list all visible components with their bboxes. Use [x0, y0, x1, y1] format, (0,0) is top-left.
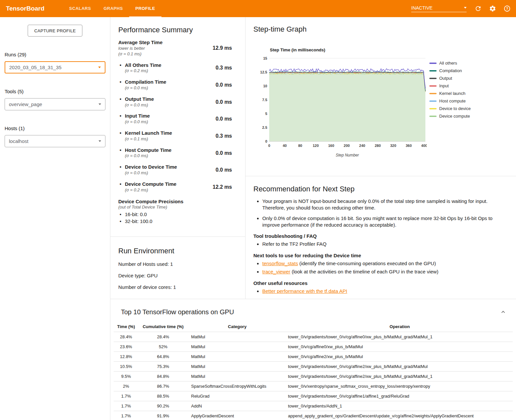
- category-cell: SparseSoftmaxCrossEntropyWithLogits: [188, 381, 287, 391]
- legend-swatch-icon: [429, 85, 437, 87]
- legend-swatch-icon: [429, 108, 437, 109]
- performance-summary-title: Performance Summary: [118, 26, 232, 34]
- step-time-graph-section: Step-time Graph Step Time (in millisecon…: [245, 17, 516, 176]
- perf-item-label: Input Time: [118, 113, 150, 119]
- tensorflow-stats-link[interactable]: tensorflow_stats: [262, 261, 298, 266]
- table-row: 9.5% 84.8% MatMul tower_0/v/gradients/to…: [114, 372, 513, 381]
- run-environment-section: Run Environment Number of Hosts used: 1 …: [110, 237, 245, 299]
- precisions-label: Device Compute Precisions: [118, 199, 232, 205]
- svg-text:40: 40: [283, 144, 287, 148]
- perf-item-value: 12.2 ms: [213, 184, 232, 190]
- top-ops-header: Top 10 TensorFlow operations on GPU: [110, 308, 516, 316]
- perf-item-sigma: (σ = 0.0 ms): [118, 85, 166, 91]
- cumulative-cell: 90.2%: [138, 401, 188, 411]
- hosts-select-value: localhost: [9, 138, 28, 144]
- svg-text:360: 360: [406, 144, 412, 148]
- cumulative-cell: 64.8%: [138, 352, 188, 362]
- svg-text:2.5: 2.5: [262, 126, 267, 129]
- svg-text:0: 0: [265, 139, 267, 143]
- sidebar: CAPTURE PROFILE Runs (29) 2020_03_05_18_…: [0, 17, 110, 420]
- top-ops-table: Time (%) Cumulative time (%) Category Op…: [114, 322, 513, 420]
- legend-item[interactable]: All others: [429, 61, 471, 66]
- perf-item-value: 0.3 ms: [215, 133, 232, 139]
- col-header-cumulative: Cumulative time (%): [138, 322, 188, 332]
- refresh-button[interactable]: [473, 3, 484, 14]
- operation-cell: tower_0/v/gradients/tower_0/v/cg/affine0…: [287, 332, 513, 342]
- perf-item-label: Output Time: [118, 96, 154, 102]
- time-cell: 1.7%: [114, 411, 138, 420]
- category-cell: AddN: [188, 401, 287, 411]
- perf-item-value: 0.3 ms: [215, 65, 232, 71]
- perf-item-sigma: (σ = 0.2 ms): [118, 68, 161, 74]
- operation-cell: tower_0/v/gradients/tower_0/v/cg/affine1…: [287, 391, 513, 401]
- tab-graphs[interactable]: GRAPHS: [97, 0, 129, 17]
- perf-item-device-to-device: Device to Device Time (σ = 0.0 ms) 0.0 m…: [118, 164, 232, 176]
- average-step-time-row: Average Step Time lower is better (σ = 0…: [118, 40, 232, 57]
- other-resource-item: Better performance with the tf.data API: [262, 288, 502, 294]
- hosts-label: Hosts (1): [5, 126, 110, 131]
- legend-swatch-icon: [429, 93, 437, 94]
- table-header-row: Time (%) Cumulative time (%) Category Op…: [114, 322, 513, 332]
- collapse-button[interactable]: [499, 308, 507, 316]
- perf-item-value: 0.0 ms: [215, 167, 232, 173]
- legend-label: Output: [439, 76, 452, 81]
- chevron-up-icon: [500, 308, 507, 316]
- legend-label: All others: [439, 61, 457, 66]
- perf-item-sigma: (σ = 0.0 ms): [118, 153, 171, 159]
- svg-text:?: ?: [506, 7, 508, 11]
- legend-item[interactable]: Device compute: [429, 114, 471, 119]
- faq-heading: Tool troubleshooting / FAQ: [253, 233, 502, 239]
- gear-icon: [489, 5, 496, 12]
- category-cell: MatMul: [188, 332, 287, 342]
- faq-bullet: Refer to the TF2 Profiler FAQ: [262, 241, 502, 247]
- operation-cell: append_apply_gradient_ops/GradientDescen…: [287, 411, 513, 420]
- perf-item-label: All Others Time: [118, 62, 161, 69]
- tool-link-item: tensorflow_stats (identify the time-cons…: [262, 260, 502, 267]
- svg-text:80: 80: [298, 144, 302, 148]
- chevron-down-icon: [98, 67, 101, 68]
- hosts-select[interactable]: localhost: [5, 135, 105, 147]
- runs-select[interactable]: 2020_03_05_18_31_35: [5, 61, 105, 73]
- tab-scalars[interactable]: SCALARS: [63, 0, 97, 17]
- legend-item[interactable]: Kernel launch: [429, 91, 471, 96]
- time-cell: 10.5%: [114, 362, 138, 372]
- hosts-used-line: Number of Hosts used: 1: [118, 261, 237, 267]
- legend-item[interactable]: Device to device: [429, 106, 471, 111]
- recommendation-bullet: Your program is NOT input-bound because …: [262, 198, 502, 211]
- time-cell: 28.4%: [114, 332, 138, 342]
- capture-profile-button[interactable]: CAPTURE PROFILE: [28, 25, 82, 37]
- legend-label: Compilation: [439, 68, 462, 73]
- table-row: 1.7% 91.9% ApplyGradientDescent append_a…: [114, 411, 513, 420]
- legend-item[interactable]: Host compute: [429, 98, 471, 103]
- table-row: 12.8% 64.8% MatMul tower_0/v/cg/affine2/…: [114, 352, 513, 362]
- legend-item[interactable]: Compilation: [429, 68, 471, 73]
- precisions-note: (out of Total Device Time): [118, 205, 232, 210]
- legend-swatch-icon: [429, 70, 437, 71]
- operation-cell: tower_0/v/gradients/AddN_1: [287, 401, 513, 411]
- cumulative-cell: 75.3%: [138, 362, 188, 372]
- time-cell: 9.5%: [114, 372, 138, 381]
- status-select[interactable]: INACTIVE: [411, 5, 467, 12]
- topbar-right: INACTIVE ?: [411, 0, 516, 17]
- table-row: 1.7% 88.5% ReluGrad tower_0/v/gradients/…: [114, 391, 513, 401]
- svg-text:320: 320: [390, 144, 396, 148]
- help-button[interactable]: ?: [502, 3, 513, 14]
- runs-label: Runs (29): [5, 52, 110, 57]
- trace-viewer-link[interactable]: trace_viewer: [262, 269, 290, 274]
- time-cell: 2%: [114, 381, 138, 391]
- svg-text:280: 280: [375, 144, 381, 148]
- tab-profile[interactable]: PROFILE: [129, 0, 161, 17]
- cumulative-cell: 52%: [138, 342, 188, 352]
- cumulative-cell: 86.7%: [138, 381, 188, 391]
- tools-select[interactable]: overview_page: [5, 98, 105, 110]
- settings-button[interactable]: [487, 3, 498, 14]
- device-cores-line: Number of device cores: 1: [118, 284, 237, 290]
- svg-text:7.5: 7.5: [262, 98, 267, 102]
- runs-select-value: 2020_03_05_18_31_35: [9, 65, 62, 70]
- chevron-down-icon: [99, 140, 101, 142]
- tfdata-performance-link[interactable]: Better performance with the tf.data API: [262, 288, 347, 294]
- legend-item[interactable]: Input: [429, 83, 471, 88]
- legend-swatch-icon: [429, 116, 437, 117]
- tool-link-desc: (identify the time-consuming operations …: [298, 261, 436, 266]
- legend-item[interactable]: Output: [429, 76, 471, 81]
